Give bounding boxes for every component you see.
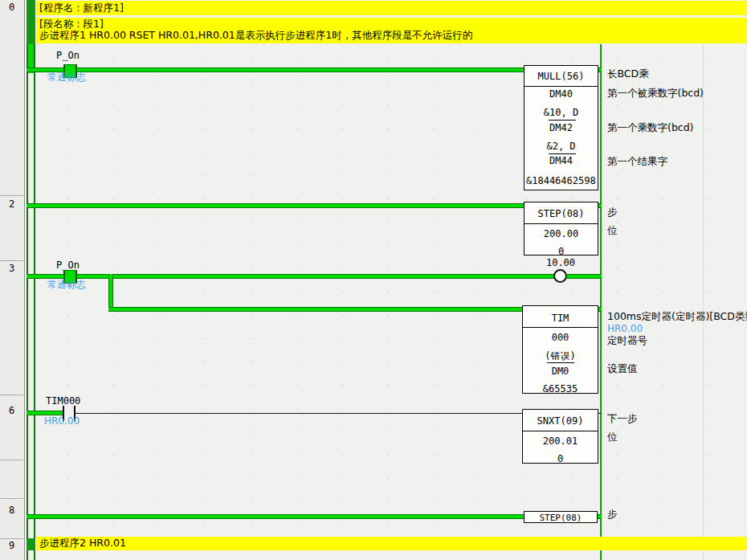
rung-number[interactable]: 8 xyxy=(0,505,23,517)
instruction-block-step[interactable]: STEP(08) 200.00 0 xyxy=(524,202,598,255)
rung3-power-line-after-coil xyxy=(567,274,602,279)
instruction-block-step-end[interactable]: STEP(08) xyxy=(524,511,598,523)
instruction-mnemonic: SNXT(09) xyxy=(537,415,584,427)
value-separator xyxy=(549,120,576,121)
contact-address-label: P_On xyxy=(56,51,80,62)
instruction-mnemonic: STEP(08) xyxy=(540,513,582,523)
instruction-mnemonic: TIM xyxy=(552,313,569,324)
io-comment: 步 xyxy=(607,509,618,520)
contact-symbol-comment: 常通标志 xyxy=(47,72,86,84)
contact-symbol-comment: HR0.00 xyxy=(44,416,80,427)
value-separator xyxy=(549,153,576,154)
operand: DM44 xyxy=(525,156,598,167)
step-program-banner[interactable]: 步进程序2 HR0.01 xyxy=(36,537,747,550)
io-comment: 第一个被乘数字(bcd) xyxy=(607,88,704,99)
io-comment: 第一个乘数字(bcd) xyxy=(607,122,694,133)
left-power-rail-bottom xyxy=(27,550,35,560)
rung-number[interactable]: 2 xyxy=(0,199,23,211)
rung-number[interactable]: 0 xyxy=(0,2,23,14)
value-separator xyxy=(547,362,574,363)
rung3-power-line xyxy=(27,274,554,279)
step-program-text: 步进程序2 HR0.01 xyxy=(39,538,126,549)
operand-value: &2, D xyxy=(525,141,598,153)
operand-value: &18446462598... xyxy=(525,176,598,187)
rung3-branch-power-line xyxy=(108,307,523,312)
operand: DM40 xyxy=(525,89,598,100)
right-power-rail xyxy=(600,44,602,560)
rung3-branch-vertical xyxy=(108,274,113,312)
instruction-mnemonic: MULL(56) xyxy=(538,71,585,82)
rung-number[interactable]: 6 xyxy=(0,406,23,417)
rung-margin-cell[interactable] xyxy=(0,261,23,395)
instruction-block-mull[interactable]: MULL(56) DM40 &10, D DM42 &2, D DM44 &18… xyxy=(524,65,598,190)
io-comment: 100ms定时器(定时器)[BCD类型] xyxy=(607,311,747,322)
output-coil[interactable] xyxy=(553,269,567,283)
program-name-banner[interactable]: [程序名 : 新程序1] xyxy=(36,1,747,15)
io-comment: 步 xyxy=(607,206,618,218)
operand: 000 xyxy=(523,333,598,344)
io-comment: 长BCD乘 xyxy=(607,68,649,80)
left-power-rail xyxy=(27,73,35,538)
rung8-power-line xyxy=(27,514,524,519)
io-comment: 位 xyxy=(607,431,618,443)
rung2-output-stub xyxy=(598,203,602,208)
rung-margin-cell[interactable] xyxy=(0,0,23,196)
left-rail-header-segment xyxy=(27,0,35,44)
operand: 200.01 xyxy=(523,436,598,448)
left-rail-step-marker xyxy=(27,538,35,550)
operand: DM0 xyxy=(523,366,598,378)
grid-column-line xyxy=(703,44,704,560)
timer-symbol-comment: HR0.00 xyxy=(607,324,643,335)
rung0-power-line xyxy=(27,67,524,72)
io-comment: 第一个结果字 xyxy=(607,156,667,167)
instruction-mnemonic: STEP(08) xyxy=(538,208,585,219)
rung6-output-stub xyxy=(598,413,602,414)
rung2-power-line xyxy=(27,203,524,208)
rung3-output-stub xyxy=(598,307,602,312)
operand-value: 0 xyxy=(523,454,598,465)
io-comment: 定时器号 xyxy=(607,335,647,346)
operand-value: &65535 xyxy=(523,384,598,395)
contact-symbol-comment: 常通标志 xyxy=(47,280,86,291)
rung6-unpowered-line xyxy=(76,413,523,414)
ladder-editor-window: 0 2 3 6 8 9 [程序名 : 新程序1] [段名称 : 段1] 步进程序… xyxy=(0,0,747,560)
operand-value: &10, D xyxy=(525,108,598,119)
rung-comment-text: 步进程序1 HR0.00 RSET HR0.01,HR0.01是表示执行步进程序… xyxy=(39,30,472,41)
rung-number[interactable]: 3 xyxy=(0,264,23,275)
rung0-output-stub xyxy=(598,67,602,72)
rung-number-margin: 0 2 3 6 8 9 xyxy=(0,0,25,560)
io-comment: 下一步 xyxy=(607,413,638,424)
operand-value: 0 xyxy=(525,247,598,258)
rung-number[interactable]: 9 xyxy=(0,541,23,552)
program-name-text: [程序名 : 新程序1] xyxy=(39,2,124,14)
rung-margin-cell[interactable] xyxy=(0,460,23,499)
operand-value: (错误) xyxy=(523,351,598,362)
io-comment: 设置值 xyxy=(607,363,638,374)
instruction-block-tim[interactable]: TIM 000 (错误) DM0 &65535 xyxy=(522,305,598,394)
operand: DM42 xyxy=(525,123,598,134)
rung8-output-stub xyxy=(598,514,602,519)
section-comment-banner[interactable]: [段名称 : 段1] 步进程序1 HR0.00 RSET HR0.01,HR0.… xyxy=(36,18,747,43)
coil-address-label: 10.00 xyxy=(541,258,581,269)
io-comment: 位 xyxy=(607,225,618,236)
instruction-block-snxt[interactable]: SNXT(09) 200.01 0 xyxy=(522,409,598,464)
operand: 200.00 xyxy=(525,229,598,240)
